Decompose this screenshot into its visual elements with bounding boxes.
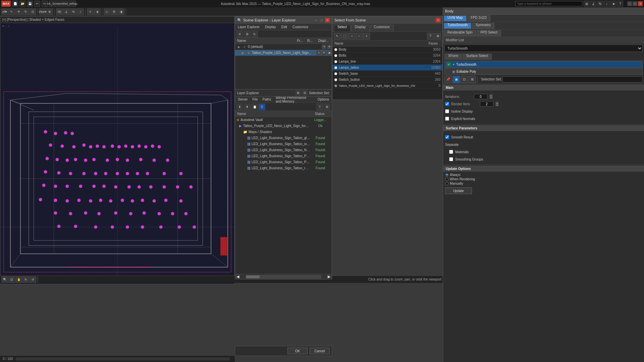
manually-radio-row[interactable]: Manually bbox=[445, 182, 642, 185]
tattoo-sun-icon[interactable]: ☀ bbox=[316, 51, 321, 55]
asset-menu-options[interactable]: Options bbox=[316, 97, 330, 102]
modifier-dropdown[interactable]: TurboSmooth Editable Poly bbox=[444, 45, 643, 52]
material-editor-icon[interactable]: ◈ bbox=[94, 8, 101, 15]
render-iters-up[interactable]: ▲ bbox=[495, 102, 499, 104]
spinner-snap-icon[interactable]: ↕ bbox=[604, 1, 610, 7]
mod-tab-symmetry[interactable]: Symmetry bbox=[472, 23, 494, 29]
scroll-right-btn[interactable]: ▶ bbox=[326, 274, 332, 280]
search-input[interactable] bbox=[515, 1, 582, 6]
bookmark-icon[interactable]: ★ bbox=[610, 1, 616, 7]
asset-tb1[interactable]: ⬇ bbox=[236, 104, 243, 110]
render-iters-checkbox[interactable] bbox=[445, 102, 449, 106]
scene-circle-select-icon[interactable]: ○ bbox=[348, 33, 355, 40]
scene-row-tattoo-sign[interactable]: Tattoo_Purple_LED_Neon_Light_Sign_for_Bu… bbox=[332, 83, 442, 89]
tab-display[interactable]: Display bbox=[351, 25, 370, 32]
rotate-icon[interactable]: ↻ bbox=[22, 8, 29, 15]
scene-row-switch-btn[interactable]: Switch_button 260 bbox=[332, 77, 442, 83]
asset-map5-row[interactable]: 🖼 LED_Light_Business_Sign_Tattoo_Purple_… bbox=[235, 159, 332, 165]
menu-select[interactable]: Layer Explorer bbox=[236, 24, 261, 29]
asset-map2-row[interactable]: 🖼 LED_Light_Business_Sign_Tattoo_ior.png… bbox=[235, 141, 332, 147]
select-filter-dropdown[interactable]: All▾ bbox=[1, 8, 8, 15]
always-radio[interactable] bbox=[445, 173, 448, 177]
iterations-up[interactable]: ▲ bbox=[489, 94, 493, 97]
scene-settings-icon[interactable]: ⚙ bbox=[434, 33, 441, 40]
undo-btn[interactable]: ↩ bbox=[34, 1, 40, 7]
when-rendering-radio[interactable] bbox=[445, 178, 448, 181]
asset-map1-row[interactable]: 🖼 LED_Light_Business_Sign_Tattoo_glossin… bbox=[235, 135, 332, 141]
asset-file-row[interactable]: ▶ Tattoo_Purple_LED_Neon_Light_Sign_for_… bbox=[235, 123, 332, 129]
mod-tab-uvw[interactable]: UVW Map bbox=[444, 15, 467, 21]
scene-row-lamps-line[interactable]: Lamps_line 2304 bbox=[332, 59, 442, 65]
scene-subtract-icon[interactable]: − bbox=[356, 33, 363, 40]
scroll-left-btn[interactable]: ◀ bbox=[235, 274, 240, 280]
render-iters-down[interactable]: ▼ bbox=[495, 104, 499, 106]
asset-bottom-scrollbar[interactable]: ◀ ▶ bbox=[235, 274, 332, 279]
asset-map6-row[interactable]: 🖼 LED_Light_Business_Sign_Tattoo_reflect… bbox=[235, 165, 332, 171]
scene-add-icon[interactable]: + bbox=[363, 33, 370, 40]
render-iters-input[interactable] bbox=[480, 101, 493, 107]
ok-button[interactable]: OK bbox=[287, 348, 308, 354]
zoom-icon[interactable]: 🔍 bbox=[1, 276, 8, 283]
mod-tab-surface-select[interactable]: Surface Select bbox=[463, 54, 492, 60]
layer-row-default[interactable]: ▶ ≡ 0 (default) ☀ 👁 bbox=[235, 44, 332, 50]
when-rendering-radio-row[interactable]: When Rendering bbox=[445, 177, 642, 181]
h-scroll-thumb[interactable] bbox=[246, 276, 260, 278]
menu-customize-se[interactable]: Customize bbox=[291, 24, 310, 29]
scene-explorer-maximize[interactable]: □ bbox=[319, 18, 324, 22]
mod-pin-btn[interactable]: 📌 bbox=[444, 76, 452, 83]
asset-tb3[interactable]: 📋 bbox=[251, 104, 258, 110]
scene-explorer-close[interactable]: ✕ bbox=[325, 18, 330, 22]
editable-poly-entry[interactable]: ▣ Editable Poly bbox=[444, 68, 643, 75]
explicit-normals-checkbox[interactable] bbox=[445, 117, 449, 121]
mod-tab-fpd-select[interactable]: FPD Select bbox=[477, 30, 501, 36]
materials-checkbox[interactable] bbox=[449, 150, 453, 154]
render-setup-icon[interactable]: ⚙ bbox=[111, 8, 117, 15]
layer-eye-icon[interactable]: 👁 bbox=[327, 45, 332, 49]
scene-row-body[interactable]: Body 3050 bbox=[332, 47, 442, 53]
screenshot-btn[interactable]: AK_Screenshot_wrksp. bbox=[49, 1, 76, 7]
smoothing-groups-checkbox[interactable] bbox=[449, 157, 453, 161]
manually-radio[interactable] bbox=[445, 182, 448, 185]
asset-map4-row[interactable]: 🖼 LED_Light_Business_Sign_Tattoo_Purple_… bbox=[235, 153, 332, 159]
scene-row-switch-base[interactable]: Switch_base 440 bbox=[332, 71, 442, 77]
update-button[interactable]: Update bbox=[445, 187, 472, 194]
scene-help-icon[interactable]: ? bbox=[427, 33, 434, 40]
smooth-result-checkbox[interactable] bbox=[445, 135, 449, 139]
layer-sun-icon[interactable]: ☀ bbox=[322, 45, 326, 49]
maximize-btn[interactable]: □ bbox=[633, 1, 637, 6]
scene-row-bolts[interactable]: Bolts 3264 bbox=[332, 53, 442, 59]
mod-tab-fpd[interactable]: FPD 2x2/2 bbox=[467, 15, 490, 21]
le-icon2[interactable]: ⊟ bbox=[302, 90, 308, 96]
save-btn[interactable]: 💾 bbox=[27, 1, 33, 7]
asset-vault-row[interactable]: ⊕ Autodesk Vault Logge... bbox=[235, 117, 332, 123]
pan-icon[interactable]: ✋ bbox=[15, 276, 22, 283]
select-scene-close[interactable]: ✕ bbox=[436, 18, 440, 22]
tattoo-eye-icon[interactable]: 👁 bbox=[322, 51, 326, 55]
scene-cursor-icon[interactable]: ↖ bbox=[334, 33, 340, 40]
zoom-all-icon[interactable]: ⊡ bbox=[8, 276, 15, 283]
active-shade-icon[interactable]: ◑ bbox=[118, 8, 124, 15]
iterations-input[interactable] bbox=[474, 94, 487, 99]
tattoo-render-icon[interactable]: ◼ bbox=[327, 51, 332, 55]
mod-v1-btn[interactable]: ⊡ bbox=[461, 76, 468, 83]
spin-snap-btn[interactable]: ↕ bbox=[77, 8, 84, 15]
mod-tab-renderable[interactable]: Renderable Spln bbox=[444, 30, 476, 36]
menu-edit[interactable]: Edit bbox=[280, 24, 288, 29]
render-icon[interactable]: ▷ bbox=[104, 8, 110, 15]
asset-settings-icon[interactable]: ⚙ bbox=[324, 104, 330, 110]
asset-maps-row[interactable]: 📁 Maps / Shaders bbox=[235, 129, 332, 135]
help-icon[interactable]: ? bbox=[617, 1, 623, 7]
menu-display[interactable]: Display bbox=[264, 24, 277, 29]
snap-3d-icon[interactable]: 3D bbox=[56, 8, 63, 15]
layer-row-tattoo[interactable]: ▶ ≡ Tattoo_Purple_LED_Neon_Light_Sign...… bbox=[235, 50, 332, 56]
tab-select[interactable]: Select bbox=[334, 25, 351, 32]
se-settings-icon[interactable]: ⚙ bbox=[244, 31, 251, 38]
scale-icon[interactable]: ⊡ bbox=[30, 8, 36, 15]
le-icon1[interactable]: ⊞ bbox=[296, 90, 301, 96]
se-filter-icon[interactable]: ✕ bbox=[236, 31, 243, 38]
asset-menu-server[interactable]: Server bbox=[236, 97, 249, 102]
scene-row-lamps-tattoo[interactable]: Lamps_tattoo 15360 bbox=[332, 65, 442, 71]
mod-tab-turbosmooth[interactable]: TurboSmooth bbox=[444, 23, 471, 29]
asset-menu-paths[interactable]: Paths bbox=[261, 97, 273, 102]
orbit-icon[interactable]: ↻ bbox=[22, 276, 29, 283]
